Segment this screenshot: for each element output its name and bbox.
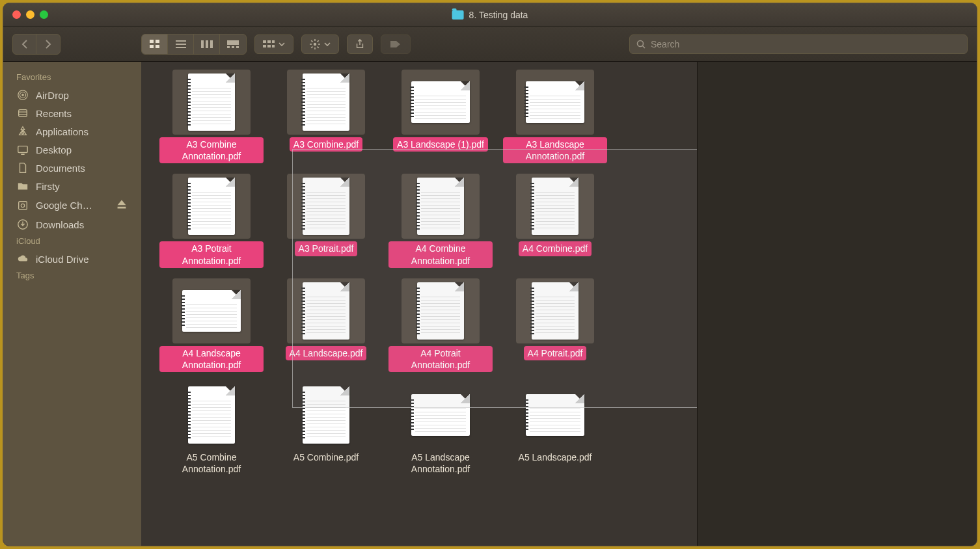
back-button[interactable] bbox=[13, 34, 36, 54]
svg-rect-9 bbox=[210, 40, 213, 48]
sidebar-item-downloads[interactable]: Downloads bbox=[3, 215, 141, 234]
file-item[interactable]: A3 Combine Annotation.pdf bbox=[156, 66, 267, 167]
file-name[interactable]: A5 Combine Annotation.pdf bbox=[159, 450, 264, 476]
file-thumbnail bbox=[402, 382, 480, 448]
file-thumbnail bbox=[287, 382, 365, 448]
file-thumbnail bbox=[172, 70, 251, 135]
file-name[interactable]: A4 Combine Annotation.pdf bbox=[388, 241, 493, 267]
file-thumbnail bbox=[516, 278, 594, 343]
file-name[interactable]: A5 Combine.pdf bbox=[290, 450, 362, 464]
svg-rect-13 bbox=[236, 46, 239, 48]
minimize-button[interactable] bbox=[26, 10, 34, 19]
file-item[interactable]: A5 Landscape Annotation.pdf bbox=[385, 379, 497, 480]
file-name[interactable]: A3 Landscape Annotation.pdf bbox=[503, 137, 607, 163]
file-name[interactable]: A4 Landscape.pdf bbox=[286, 346, 367, 360]
sidebar-item-label: Google Ch… bbox=[36, 200, 92, 211]
file-thumbnail bbox=[172, 278, 251, 343]
file-item[interactable]: A3 Landscape Annotation.pdf bbox=[499, 66, 611, 167]
icon-grid: A3 Combine Annotation.pdfA3 Combine.pdfA… bbox=[141, 62, 697, 485]
svg-line-27 bbox=[311, 46, 312, 47]
list-view-button[interactable] bbox=[168, 34, 194, 54]
svg-point-20 bbox=[314, 42, 316, 45]
sidebar-item-airdrop[interactable]: AirDrop bbox=[3, 86, 141, 104]
sidebar-item-desktop[interactable]: Desktop bbox=[3, 141, 141, 159]
sidebar-item-label: Downloads bbox=[36, 219, 84, 230]
svg-rect-10 bbox=[227, 40, 239, 45]
file-item[interactable]: A4 Landscape.pdf bbox=[270, 274, 382, 376]
documents-icon bbox=[16, 162, 29, 174]
maximize-button[interactable] bbox=[40, 10, 48, 19]
sidebar-item-documents[interactable]: Documents bbox=[3, 159, 141, 177]
cloud-icon bbox=[16, 253, 29, 265]
svg-rect-15 bbox=[267, 40, 271, 43]
tags-button[interactable] bbox=[381, 34, 411, 54]
file-item[interactable]: A4 Potrait Annotation.pdf bbox=[385, 274, 497, 376]
file-thumbnail bbox=[516, 382, 594, 448]
file-item[interactable]: A3 Landscape (1).pdf bbox=[385, 66, 497, 167]
apps-icon bbox=[16, 126, 29, 137]
svg-line-30 bbox=[643, 46, 646, 48]
window-body: FavoritesAirDropRecentsApplicationsDeskt… bbox=[3, 62, 977, 546]
file-name[interactable]: A3 Potrait Annotation.pdf bbox=[159, 241, 264, 267]
file-name[interactable]: A4 Potrait.pdf bbox=[524, 346, 587, 360]
sidebar-item-label: Desktop bbox=[36, 144, 72, 155]
file-item[interactable]: A5 Combine Annotation.pdf bbox=[156, 379, 267, 480]
file-name[interactable]: A3 Combine.pdf bbox=[290, 137, 362, 152]
svg-rect-7 bbox=[201, 40, 204, 48]
file-item[interactable]: A3 Potrait.pdf bbox=[270, 170, 382, 271]
sidebar-header: Tags bbox=[3, 268, 141, 284]
folder-icon bbox=[16, 180, 29, 192]
file-item[interactable]: A4 Potrait.pdf bbox=[499, 274, 611, 376]
file-name[interactable]: A4 Potrait Annotation.pdf bbox=[388, 346, 493, 372]
action-button[interactable] bbox=[301, 34, 339, 54]
forward-button[interactable] bbox=[36, 34, 60, 54]
svg-rect-5 bbox=[176, 44, 186, 45]
file-item[interactable]: A5 Landscape.pdf bbox=[499, 379, 611, 480]
downloads-icon bbox=[16, 219, 29, 230]
share-button[interactable] bbox=[347, 34, 373, 54]
file-name[interactable]: A5 Landscape.pdf bbox=[515, 450, 596, 464]
gallery-view-button[interactable] bbox=[220, 34, 246, 54]
sidebar-item-label: Applications bbox=[36, 126, 88, 137]
file-thumbnail bbox=[516, 70, 594, 135]
airdrop-icon bbox=[16, 89, 29, 101]
eject-icon[interactable] bbox=[115, 198, 128, 212]
content-area[interactable]: A3 Combine Annotation.pdfA3 Combine.pdfA… bbox=[141, 62, 697, 546]
close-button[interactable] bbox=[12, 10, 21, 19]
file-name[interactable]: A3 Combine Annotation.pdf bbox=[159, 137, 264, 163]
svg-point-31 bbox=[21, 94, 24, 96]
arrange-button[interactable] bbox=[254, 34, 293, 54]
title-text: 8. Testing data bbox=[469, 10, 528, 20]
sidebar-item-recents[interactable]: Recents bbox=[3, 104, 141, 122]
icon-view-button[interactable] bbox=[142, 34, 168, 54]
column-view-button[interactable] bbox=[194, 34, 220, 54]
file-item[interactable]: A4 Landscape Annotation.pdf bbox=[156, 274, 267, 376]
file-item[interactable]: A4 Combine Annotation.pdf bbox=[385, 170, 497, 271]
search-icon bbox=[636, 40, 646, 49]
view-switcher bbox=[141, 34, 247, 55]
desktop-icon bbox=[16, 144, 29, 155]
sidebar-header: Favorites bbox=[3, 70, 141, 86]
file-item[interactable]: A5 Combine.pdf bbox=[270, 379, 382, 480]
file-name[interactable]: A3 Potrait.pdf bbox=[295, 241, 358, 256]
svg-rect-19 bbox=[272, 45, 275, 47]
sidebar-item-google-ch-[interactable]: Google Ch… bbox=[3, 195, 141, 215]
sidebar-item-icloud-drive[interactable]: iCloud Drive bbox=[3, 250, 141, 268]
file-name[interactable]: A4 Combine.pdf bbox=[519, 241, 592, 256]
file-thumbnail bbox=[402, 70, 480, 135]
file-name[interactable]: A3 Landscape (1).pdf bbox=[393, 137, 488, 152]
search-input[interactable] bbox=[651, 39, 960, 49]
file-name[interactable]: A5 Landscape Annotation.pdf bbox=[388, 450, 493, 476]
file-item[interactable]: A3 Combine.pdf bbox=[270, 66, 382, 167]
chevron-down-icon bbox=[324, 41, 331, 47]
sidebar-item-label: Documents bbox=[36, 163, 85, 174]
svg-rect-8 bbox=[206, 40, 208, 48]
sidebar-item-applications[interactable]: Applications bbox=[3, 122, 141, 141]
file-name[interactable]: A4 Landscape Annotation.pdf bbox=[159, 346, 264, 372]
search-box[interactable] bbox=[629, 34, 968, 54]
file-item[interactable]: A4 Combine.pdf bbox=[499, 170, 611, 271]
share-icon bbox=[355, 39, 364, 49]
sidebar-item-firsty[interactable]: Firsty bbox=[3, 177, 141, 195]
svg-rect-1 bbox=[156, 40, 159, 43]
file-item[interactable]: A3 Potrait Annotation.pdf bbox=[156, 170, 267, 271]
